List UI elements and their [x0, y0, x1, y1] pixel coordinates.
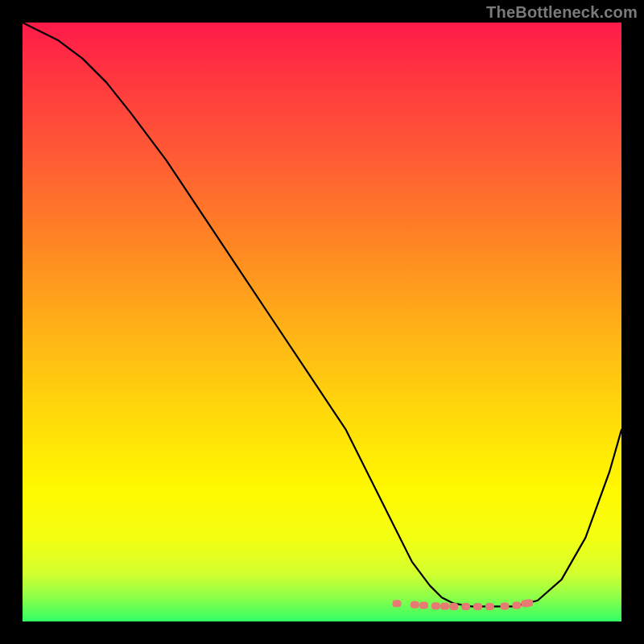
chart-marker — [411, 601, 419, 609]
chart-marker — [485, 603, 494, 610]
chart-marker — [524, 599, 533, 606]
chart-markers-group — [393, 599, 534, 609]
chart-marker — [449, 603, 458, 610]
chart-marker — [473, 603, 482, 610]
chart-marker — [500, 603, 509, 610]
chart-marker — [440, 603, 449, 610]
chart-curve-line — [23, 23, 621, 606]
chart-marker — [512, 601, 521, 609]
watermark-text: TheBottleneck.com — [486, 3, 638, 22]
chart-marker — [431, 602, 440, 609]
chart-svg — [23, 23, 621, 621]
chart-marker — [419, 601, 428, 609]
chart-plot-area — [23, 23, 621, 621]
chart-marker — [461, 603, 470, 610]
chart-marker — [393, 600, 402, 607]
